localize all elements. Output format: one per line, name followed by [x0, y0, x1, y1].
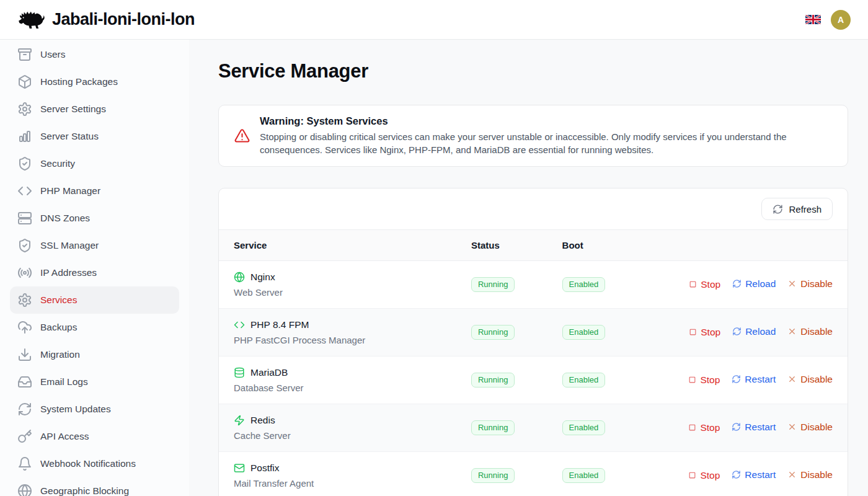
package-icon [17, 74, 32, 89]
status-cell: Running [456, 356, 547, 404]
stop-button[interactable]: Stop [688, 470, 720, 481]
sidebar-item-label: Geographic Blocking [40, 485, 129, 496]
service-description: Database Server [234, 383, 441, 393]
reload-button[interactable]: Reload [732, 326, 776, 337]
sidebar-item-label: Backups [40, 322, 77, 333]
action-label: Reload [745, 278, 776, 290]
sidebar-item-label: SSL Manager [40, 240, 99, 251]
sidebar-item-server-status[interactable]: Server Status [10, 123, 179, 150]
action-label: Disable [800, 469, 833, 480]
stop-button[interactable]: Stop [688, 422, 720, 433]
gear-icon [17, 293, 32, 308]
boot-badge: Enabled [562, 277, 606, 292]
sidebar-item-migration[interactable]: Migration [10, 341, 179, 368]
disable-button[interactable]: Disable [787, 422, 833, 433]
sidebar-item-server-settings[interactable]: Server Settings [10, 95, 179, 123]
database-icon [234, 367, 245, 378]
sidebar-item-security[interactable]: Security [10, 150, 179, 177]
sidebar-item-api-access[interactable]: API Access [10, 423, 179, 450]
service-description: Mail Transfer Agent [234, 478, 441, 489]
brand: Jabali-loni-loni-lon [17, 9, 195, 31]
column-status: Status [456, 230, 547, 261]
boot-badge: Enabled [562, 373, 606, 388]
sidebar-item-ip-addresses[interactable]: IP Addresses [10, 259, 179, 286]
sidebar-item-dns-zones[interactable]: DNS Zones [10, 205, 179, 232]
action-label: Stop [701, 327, 720, 338]
service-name: Nginx [250, 272, 275, 283]
status-badge: Running [471, 420, 515, 435]
sidebar-item-users[interactable]: Users [10, 41, 179, 68]
cloud-upload-icon [17, 320, 32, 335]
sidebar-item-webhook-notifications[interactable]: Webhook Notifications [10, 450, 179, 477]
uk-flag-icon[interactable] [805, 14, 821, 25]
sidebar-item-ssl-manager[interactable]: SSL Manager [10, 232, 179, 259]
bar-chart-icon [17, 129, 32, 144]
sidebar-item-system-updates[interactable]: System Updates [10, 396, 179, 423]
app-header: Jabali-loni-loni-lon A [0, 0, 868, 40]
restart-button[interactable]: Restart [732, 422, 776, 433]
stop-button[interactable]: Stop [689, 279, 720, 290]
sidebar-item-services[interactable]: Services [10, 286, 179, 314]
shield-check-icon [17, 238, 32, 253]
sidebar-item-label: Users [40, 49, 65, 60]
table-header-row: Service Status Boot [219, 230, 848, 261]
action-label: Disable [800, 422, 833, 433]
sidebar-item-label: Email Logs [40, 376, 88, 388]
square-icon [689, 280, 697, 288]
user-avatar[interactable]: A [831, 10, 851, 30]
table-row: Postfix Mail Transfer Agent Running Enab… [219, 452, 848, 496]
service-name: MariaDB [250, 367, 288, 378]
radio-icon [17, 265, 32, 280]
globe-icon [17, 484, 32, 496]
boot-badge: Enabled [562, 468, 606, 483]
column-boot: Boot [547, 230, 662, 261]
services-panel: Refresh Service Status Boot Nginx [218, 188, 848, 496]
disable-button[interactable]: Disable [787, 469, 833, 480]
shield-check-icon [17, 156, 32, 171]
sidebar-item-php-manager[interactable]: PHP Manager [10, 177, 179, 205]
reload-button[interactable]: Reload [732, 278, 776, 290]
boot-cell: Enabled [547, 309, 662, 356]
boot-cell: Enabled [547, 452, 662, 496]
sidebar-item-label: Security [40, 158, 75, 169]
service-cell: Postfix Mail Transfer Agent [219, 452, 456, 496]
app-title: Jabali-loni-loni-lon [52, 10, 195, 29]
boot-cell: Enabled [547, 404, 662, 452]
service-name: PHP 8.4 FPM [250, 319, 309, 330]
refresh-icon [773, 204, 783, 215]
action-label: Restart [745, 469, 776, 480]
refresh-button[interactable]: Refresh [761, 198, 833, 220]
action-label: Disable [800, 326, 833, 337]
disable-button[interactable]: Disable [787, 278, 833, 290]
boot-cell: Enabled [547, 356, 662, 404]
service-cell: Nginx Web Server [219, 261, 456, 309]
stop-button[interactable]: Stop [689, 327, 720, 338]
refresh-icon [17, 402, 32, 417]
status-cell: Running [456, 309, 547, 356]
action-label: Stop [700, 470, 720, 481]
service-name: Redis [250, 415, 275, 426]
sidebar-item-hosting-packages[interactable]: Hosting Packages [10, 68, 179, 95]
action-label: Restart [745, 374, 776, 385]
stop-button[interactable]: Stop [688, 374, 720, 386]
actions-cell: StopRestartDisable [662, 404, 848, 452]
main-content: Service Manager Warning: System Services… [189, 40, 868, 496]
actions-cell: StopReloadDisable [662, 309, 848, 356]
sidebar-item-label: System Updates [40, 404, 111, 415]
column-actions [662, 230, 848, 261]
boar-logo-icon [17, 9, 46, 31]
actions-cell: StopReloadDisable [662, 261, 848, 309]
disable-button[interactable]: Disable [787, 326, 833, 337]
key-icon [17, 429, 32, 444]
status-cell: Running [456, 452, 547, 496]
disable-button[interactable]: Disable [787, 374, 833, 385]
warning-banner: Warning: System Services Stopping or dis… [218, 105, 848, 167]
sidebar-item-backups[interactable]: Backups [10, 314, 179, 341]
square-icon [688, 471, 696, 479]
sidebar-item-geographic-blocking[interactable]: Geographic Blocking [10, 477, 179, 496]
sidebar-item-email-logs[interactable]: Email Logs [10, 368, 179, 396]
refresh-label: Refresh [789, 204, 822, 215]
restart-button[interactable]: Restart [732, 469, 776, 480]
restart-button[interactable]: Restart [732, 374, 776, 385]
actions-cell: StopRestartDisable [662, 356, 848, 404]
